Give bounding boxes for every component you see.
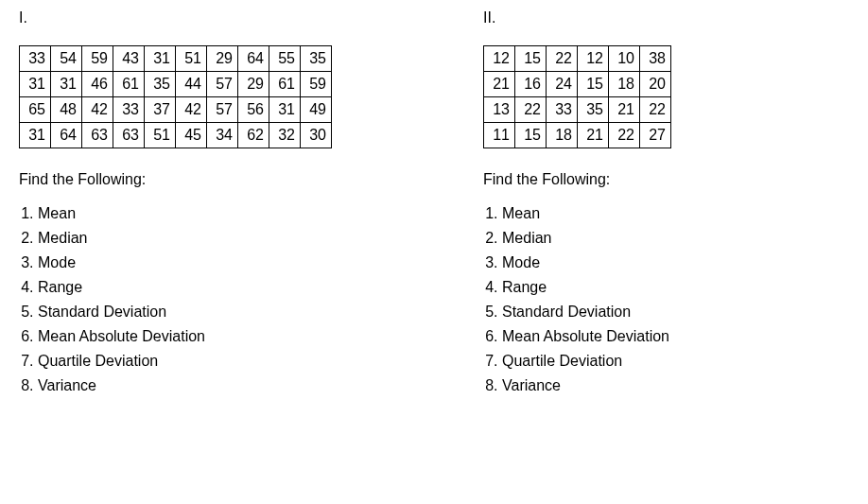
section-1-table: 3354594331512964553531314661354457296159… xyxy=(19,45,332,148)
table-cell: 48 xyxy=(51,97,82,123)
table-cell: 55 xyxy=(269,46,301,72)
table-cell: 31 xyxy=(20,123,51,148)
table-cell: 18 xyxy=(547,123,578,148)
section-2-prompt: Find the Following: xyxy=(483,171,671,188)
table-cell: 29 xyxy=(207,46,238,72)
table-cell: 16 xyxy=(515,72,547,97)
table-cell: 38 xyxy=(640,46,671,72)
table-cell: 15 xyxy=(515,123,547,148)
table-cell: 51 xyxy=(145,123,176,148)
table-row: 132233352122 xyxy=(484,97,671,123)
table-cell: 54 xyxy=(51,46,82,72)
table-cell: 44 xyxy=(176,72,207,97)
table-cell: 15 xyxy=(515,46,547,72)
table-cell: 35 xyxy=(301,46,332,72)
table-cell: 21 xyxy=(578,123,609,148)
table-cell: 10 xyxy=(609,46,640,72)
table-cell: 33 xyxy=(113,97,145,123)
table-cell: 11 xyxy=(484,123,515,148)
table-cell: 12 xyxy=(578,46,609,72)
table-cell: 34 xyxy=(207,123,238,148)
table-cell: 63 xyxy=(82,123,113,148)
table-row: 111518212227 xyxy=(484,123,671,148)
list-item: Variance xyxy=(38,377,332,394)
table-cell: 63 xyxy=(113,123,145,148)
table-cell: 30 xyxy=(301,123,332,148)
table-cell: 62 xyxy=(238,123,269,148)
list-item: Quartile Deviation xyxy=(38,353,332,370)
section-2-table-body: 1215221210382116241518201322333521221115… xyxy=(484,46,671,148)
table-row: 121522121038 xyxy=(484,46,671,72)
table-cell: 64 xyxy=(51,123,82,148)
table-cell: 61 xyxy=(113,72,145,97)
section-1-title: I. xyxy=(19,9,332,26)
section-2-table: 1215221210382116241518201322333521221115… xyxy=(483,45,671,148)
section-1: I. 3354594331512964553531314661354457296… xyxy=(19,9,332,402)
list-item: Range xyxy=(38,279,332,296)
table-cell: 42 xyxy=(176,97,207,123)
table-row: 33545943315129645535 xyxy=(20,46,332,72)
section-2-items: MeanMedianModeRangeStandard DeviationMea… xyxy=(483,205,671,402)
table-row: 31314661354457296159 xyxy=(20,72,332,97)
table-cell: 59 xyxy=(301,72,332,97)
list-item: Mean xyxy=(502,205,671,222)
table-cell: 46 xyxy=(82,72,113,97)
list-item: Mean xyxy=(38,205,332,222)
list-item: Variance xyxy=(502,377,671,394)
table-cell: 22 xyxy=(547,46,578,72)
table-cell: 49 xyxy=(301,97,332,123)
list-item: Mean Absolute Deviation xyxy=(38,328,332,345)
table-cell: 59 xyxy=(82,46,113,72)
table-cell: 22 xyxy=(515,97,547,123)
table-cell: 37 xyxy=(145,97,176,123)
table-cell: 18 xyxy=(609,72,640,97)
table-cell: 22 xyxy=(640,97,671,123)
table-cell: 31 xyxy=(51,72,82,97)
table-cell: 13 xyxy=(484,97,515,123)
table-cell: 35 xyxy=(578,97,609,123)
table-cell: 35 xyxy=(145,72,176,97)
table-cell: 33 xyxy=(547,97,578,123)
list-item: Median xyxy=(38,230,332,247)
table-cell: 43 xyxy=(113,46,145,72)
list-item: Median xyxy=(502,230,671,247)
table-cell: 33 xyxy=(20,46,51,72)
table-cell: 32 xyxy=(269,123,301,148)
list-item: Quartile Deviation xyxy=(502,353,671,370)
table-cell: 56 xyxy=(238,97,269,123)
table-row: 31646363514534623230 xyxy=(20,123,332,148)
table-cell: 61 xyxy=(269,72,301,97)
section-1-prompt: Find the Following: xyxy=(19,171,332,188)
list-item: Mode xyxy=(502,254,671,271)
table-cell: 31 xyxy=(145,46,176,72)
table-cell: 21 xyxy=(484,72,515,97)
table-cell: 27 xyxy=(640,123,671,148)
table-cell: 29 xyxy=(238,72,269,97)
table-cell: 65 xyxy=(20,97,51,123)
table-cell: 31 xyxy=(20,72,51,97)
table-cell: 31 xyxy=(269,97,301,123)
table-cell: 15 xyxy=(578,72,609,97)
section-2-title: II. xyxy=(483,9,671,26)
list-item: Range xyxy=(502,279,671,296)
two-column-container: I. 3354594331512964553531314661354457296… xyxy=(19,9,849,402)
table-cell: 57 xyxy=(207,72,238,97)
table-cell: 12 xyxy=(484,46,515,72)
section-2: II. 121522121038211624151820132233352122… xyxy=(483,9,671,402)
table-cell: 45 xyxy=(176,123,207,148)
table-cell: 21 xyxy=(609,97,640,123)
table-cell: 64 xyxy=(238,46,269,72)
list-item: Standard Deviation xyxy=(38,304,332,321)
table-cell: 24 xyxy=(547,72,578,97)
table-cell: 51 xyxy=(176,46,207,72)
table-row: 211624151820 xyxy=(484,72,671,97)
list-item: Standard Deviation xyxy=(502,304,671,321)
list-item: Mode xyxy=(38,254,332,271)
table-row: 65484233374257563149 xyxy=(20,97,332,123)
section-1-items: MeanMedianModeRangeStandard DeviationMea… xyxy=(19,205,332,402)
table-cell: 22 xyxy=(609,123,640,148)
table-cell: 20 xyxy=(640,72,671,97)
table-cell: 57 xyxy=(207,97,238,123)
list-item: Mean Absolute Deviation xyxy=(502,328,671,345)
section-1-table-body: 3354594331512964553531314661354457296159… xyxy=(20,46,332,148)
